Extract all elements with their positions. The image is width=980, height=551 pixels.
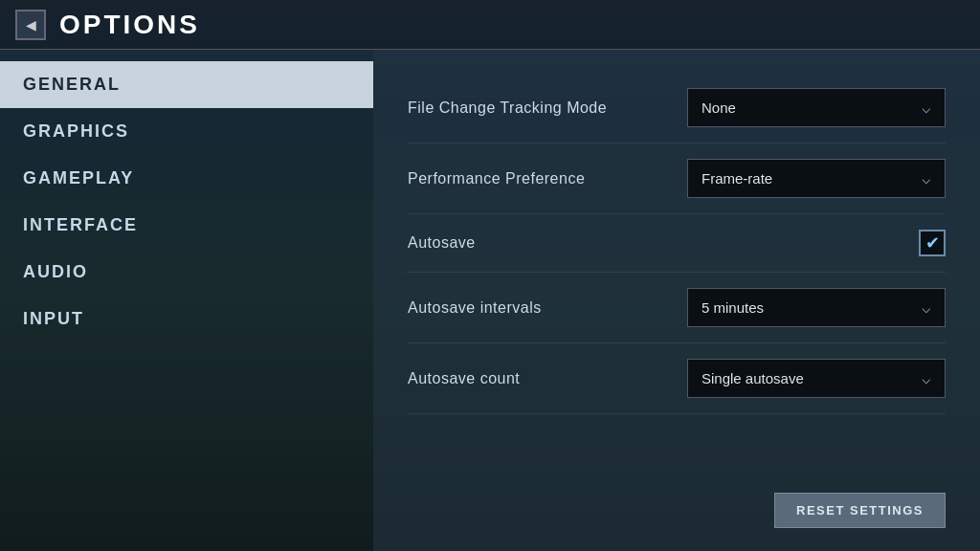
sidebar-item-input[interactable]: INPUT	[0, 296, 373, 342]
autosave-intervals-row: Autosave intervals 5 minutes ⌵	[408, 273, 946, 343]
settings-panel: File Change Tracking Mode None ⌵ Perform…	[373, 50, 980, 551]
file-change-tracking-dropdown[interactable]: None ⌵	[687, 88, 946, 127]
sidebar-item-graphics[interactable]: GRAPHICS	[0, 108, 373, 155]
chevron-down-icon: ⌵	[922, 169, 931, 187]
file-change-tracking-row: File Change Tracking Mode None ⌵	[408, 73, 946, 143]
sidebar: GENERAL GRAPHICS GAMEPLAY INTERFACE AUDI…	[0, 50, 373, 551]
autosave-intervals-dropdown[interactable]: 5 minutes ⌵	[687, 288, 946, 327]
chevron-down-icon: ⌵	[922, 369, 931, 387]
back-icon: ◀	[26, 17, 36, 33]
main-content: GENERAL GRAPHICS GAMEPLAY INTERFACE AUDI…	[0, 50, 980, 551]
autosave-label: Autosave	[408, 234, 476, 252]
autosave-count-dropdown[interactable]: Single autosave ⌵	[687, 359, 946, 398]
sidebar-item-gameplay[interactable]: GAMEPLAY	[0, 155, 373, 202]
file-change-tracking-label: File Change Tracking Mode	[408, 99, 607, 117]
autosave-count-row: Autosave count Single autosave ⌵	[408, 343, 946, 414]
autosave-intervals-value: 5 minutes	[702, 299, 764, 316]
performance-preference-value: Frame-rate	[702, 170, 772, 187]
title-bar: ◀ OPTIONS	[0, 0, 980, 50]
autosave-row: Autosave ✔	[408, 214, 946, 273]
file-change-tracking-value: None	[702, 99, 736, 116]
autosave-checkbox[interactable]: ✔	[919, 230, 946, 256]
reset-settings-button[interactable]: RESET SETTINGS	[774, 493, 946, 528]
page-title: OPTIONS	[59, 10, 200, 40]
autosave-intervals-label: Autosave intervals	[408, 299, 542, 317]
sidebar-item-interface[interactable]: INTERFACE	[0, 202, 373, 249]
checkmark-icon: ✔	[925, 232, 940, 253]
autosave-count-value: Single autosave	[702, 370, 804, 386]
chevron-down-icon: ⌵	[922, 99, 931, 117]
sidebar-item-general[interactable]: GENERAL	[0, 61, 373, 108]
autosave-count-label: Autosave count	[408, 370, 520, 387]
back-button[interactable]: ◀	[15, 10, 46, 40]
reset-row: RESET SETTINGS	[408, 474, 946, 528]
chevron-down-icon: ⌵	[922, 298, 931, 317]
autosave-checkbox-container: ✔	[687, 230, 946, 256]
performance-preference-row: Performance Preference Frame-rate ⌵	[408, 143, 946, 214]
sidebar-item-audio[interactable]: AUDIO	[0, 249, 373, 296]
performance-preference-dropdown[interactable]: Frame-rate ⌵	[687, 159, 946, 198]
performance-preference-label: Performance Preference	[408, 170, 585, 187]
